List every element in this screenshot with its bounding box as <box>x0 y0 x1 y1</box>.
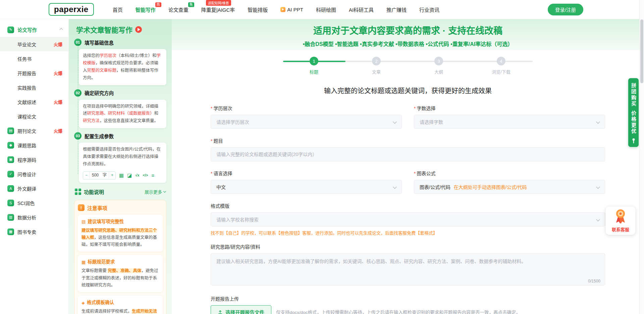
sidebar-item-graduation-thesis[interactable]: 毕业论文火爆 <box>0 37 68 51</box>
sidebar-item-questionnaire-design[interactable]: ✓问卷设计 <box>0 167 68 181</box>
sidebar-item-literature-review[interactable]: 文献综述火爆 <box>0 95 68 109</box>
image-icon[interactable]: ◪ <box>127 173 132 178</box>
features-header: 功能说明 展示更多 <box>74 188 166 195</box>
chart-formula-select[interactable]: 图表/公式/代码在大纲处可手动选择图表/公式/代码 <box>414 180 605 194</box>
hot-label: 火爆 <box>54 41 62 47</box>
login-register-button[interactable]: 登录/注册 <box>548 4 583 15</box>
progress-step-title[interactable]: 1 标题 <box>294 57 334 75</box>
plus-button[interactable]: + <box>109 172 115 179</box>
brand-logo[interactable]: paperxie <box>49 3 94 16</box>
upload-proposal-button[interactable]: 选择开题报告文件 <box>211 305 271 314</box>
table-icon[interactable]: ▦ <box>119 173 124 178</box>
scrollbar-thumb[interactable] <box>640 19 643 83</box>
nav-item-smart-layout[interactable]: 智能排版 <box>248 6 268 13</box>
chart-formula-hint: 在大纲处可手动选择图表/公式/代码 <box>454 184 527 190</box>
template-hint: 找不到【自己】的学校，可以联系【橙色按钮】客服，进行添加。同时也可以先生成论文，… <box>211 229 605 236</box>
clipboard-icon: ! <box>78 204 85 211</box>
sidebar-item-sci-polish[interactable]: SSCI润色 <box>0 196 68 210</box>
language-select[interactable]: 中文 <box>211 180 402 194</box>
upload-icon <box>218 310 223 314</box>
sidebar-item-journal-paper[interactable]: ▤期刊论文火爆 <box>0 123 68 138</box>
contact-service-widget[interactable]: 联系客服 <box>606 207 635 235</box>
guide-steps: 01填写基础信息 选择您的学历层次（本科/硕士/博士）和学校模版，确保格式规范符… <box>74 39 166 183</box>
ai-ppt-icon <box>280 7 285 12</box>
nav-item-research-drawing[interactable]: 科研绘图 <box>316 6 336 13</box>
chevron-down-icon <box>596 217 600 221</box>
progress-step-outline[interactable]: 3 大纲 <box>419 57 459 75</box>
research-label: 研究思路/研究内容/资料 <box>211 243 605 250</box>
formula-icon[interactable]: √x <box>135 173 139 177</box>
step-number-badge: 02 <box>74 89 82 97</box>
pointer-icon <box>631 138 636 144</box>
sidebar-item-proposal-report[interactable]: 开题报告火爆 <box>0 66 68 80</box>
edu-level-select[interactable]: 请选择学历层次 <box>211 115 402 129</box>
nav-item-ai-ppt[interactable]: AI PPT <box>280 7 303 12</box>
sidebar-item-book-store[interactable]: ▦图书专卖 <box>0 224 68 239</box>
guide-panel: 学术文章智能写作 01填写基础信息 选择您的学历层次（本科/硕士/博士）和学校模… <box>69 19 172 314</box>
guide-step-1-card: 选择您的学历层次（本科/硕士/博士）和学校模版，确保格式规范符合要求。必须输入完… <box>79 49 166 85</box>
sidebar-item-data-analysis[interactable]: ▥数据分析 <box>0 210 68 224</box>
progress-step-download[interactable]: 4 浏览/下载 <box>481 57 521 75</box>
word-count-unit: 字 <box>101 172 109 179</box>
school-template-select[interactable]: 请输入学校名称搜索 <box>211 212 605 226</box>
sidebar-item-topic-ideas[interactable]: ◆课题思路 <box>0 138 68 152</box>
nav-item-reduce-aigc[interactable]: 适配知网/维普降重复|AIGC率 <box>201 6 235 13</box>
play-icon[interactable] <box>135 26 142 33</box>
banner-title: 适用对于文章内容要求高的需求 · 支持在线改稿 <box>172 23 644 37</box>
journal-icon: ▤ <box>7 127 14 134</box>
page-scrollbar[interactable] <box>639 0 644 314</box>
nav-item-industry-news[interactable]: 行业资讯 <box>419 6 439 13</box>
chevron-down-icon <box>393 120 396 123</box>
language-label: 语言选择 <box>211 170 402 176</box>
guide-title: 学术文章智能写作 <box>76 24 132 35</box>
hot-badge: 热 <box>155 2 161 7</box>
minus-button[interactable]: − <box>83 172 90 179</box>
chevron-down-icon <box>163 190 166 193</box>
chevron-down-icon <box>596 120 600 123</box>
word-count-stepper[interactable]: − 500 字 + <box>83 171 116 179</box>
chevron-down-icon <box>596 185 600 189</box>
word-count-value: 500 <box>90 172 101 179</box>
upload-label: 开题报告上传 <box>211 295 605 302</box>
guide-step-2: 02确定研究方向 在项目选择中明确您的研究领域，详细描述研究思路、研究材料（或数… <box>74 89 166 128</box>
hot-label: 火爆 <box>54 127 62 134</box>
nav-item-smart-writing[interactable]: 智能写作热 <box>136 6 156 13</box>
grid-icon <box>75 189 81 195</box>
sidebar-item-foreign-translation[interactable]: A外文翻译 <box>0 181 68 196</box>
list-icon[interactable]: ≡ <box>152 173 155 178</box>
promo-banner: 适用对于文章内容要求高的需求 · 支持在线改稿 •融合DS模型 •智能选题 •真… <box>172 19 644 50</box>
translate-icon: A <box>7 185 14 192</box>
sidebar-item-course-paper[interactable]: 课程论文 <box>0 109 68 123</box>
sidebar-item-practice-report[interactable]: 实践报告 <box>0 80 68 95</box>
cnki-badge: 适配知网/维普 <box>206 0 231 6</box>
generation-toolbar: − 500 字 + ▦ ◪ √x </> ≡ <box>83 171 162 179</box>
code-icon[interactable]: </> <box>143 173 148 177</box>
main-nav: 首页 智能写作热 论文查重免 适配知网/维普降重复|AIGC率 智能排版 AI … <box>113 6 439 13</box>
medal-icon <box>613 209 628 224</box>
free-badge: 免 <box>188 2 194 7</box>
title-input[interactable] <box>211 147 605 161</box>
tag-icon: ◈ <box>82 299 85 307</box>
notice-card-template-confirm: ◈格式模板确认 生成前请选择好学校格式，生成开始无法更换格式模板。如需要新的学校… <box>78 296 163 314</box>
chart-formula-label: 图表公式 <box>414 170 605 176</box>
show-more-link[interactable]: 展示更多 <box>145 189 166 195</box>
sidebar-item-source-code[interactable]: ▣程序源码 <box>0 152 68 167</box>
nav-item-promotion[interactable]: 推广赚钱 <box>386 6 407 13</box>
sidebar-item-task-book[interactable]: 任务书 <box>0 51 68 66</box>
notice-card-title-rules: ▦标题规范要求 文章标题需要 完整、准确、具体，避免过于宽泛或模糊的表述，好的标… <box>78 255 163 292</box>
word-count-select[interactable]: 请选择字数 <box>414 115 605 129</box>
sidebar-item-paper-writing[interactable]: ✎ 论文写作 <box>0 22 68 37</box>
guide-step-2-card: 在项目选择中明确您的研究领域，详细描述研究思路、研究材料（或数据报告）和研究方法… <box>79 100 166 128</box>
progress-step-article[interactable]: 2 文章 <box>356 57 396 75</box>
upload-hint: 仅支持docx/doc格式，上传较慢需耐心等待，上传之后请在输入框检查识别的要求… <box>276 309 521 314</box>
page-layout: ✎ 论文写作 毕业论文火爆 任务书 开题报告火爆 实践报告 文献综述火爆 课程论… <box>0 19 644 314</box>
nav-item-home[interactable]: 首页 <box>113 6 123 13</box>
group-buy-tab[interactable]: 拼团购买 价格更优 <box>628 78 639 147</box>
edu-level-label: 学历层次 <box>211 105 402 111</box>
nav-item-plagiarism-check[interactable]: 论文查重免 <box>168 6 189 13</box>
checklist-icon: ✓ <box>7 171 14 177</box>
form-hint: 输入完整的论文标题或选题关键词，获得更好的生成效果 <box>172 86 644 95</box>
nav-item-ai-research-tools[interactable]: AI科研工具 <box>349 6 374 13</box>
research-textarea[interactable] <box>211 253 605 285</box>
chevron-down-icon <box>393 185 396 189</box>
